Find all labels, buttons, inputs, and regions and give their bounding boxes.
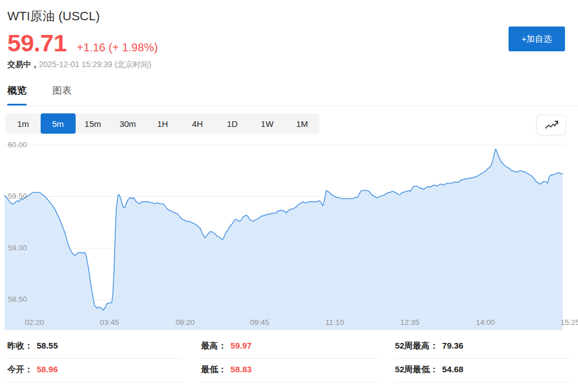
interval-button-4H[interactable]: 4H: [180, 113, 215, 134]
stat-value: 59.97: [230, 341, 252, 350]
stat-label: 昨收：: [7, 341, 33, 351]
stat-row: 52周最低：54.68: [395, 359, 571, 382]
stock-title: WTI原油 (USCL): [7, 8, 100, 25]
interval-button-1m[interactable]: 1m: [6, 113, 41, 134]
y-axis-label: 58.50: [8, 295, 27, 303]
y-axis-label: 60.00: [8, 140, 27, 149]
interval-button-30m[interactable]: 30m: [110, 113, 145, 134]
interval-toolbar: 1m5m15m30m1H4H1D1W1M: [6, 113, 319, 134]
stat-value: 54.68: [442, 364, 463, 374]
stat-row: 昨收：58.55: [7, 335, 183, 359]
stock-price: 59.71: [7, 29, 67, 57]
stat-label: 今开：: [7, 364, 33, 375]
price-row: 59.71 +1.16 (+ 1.98%): [7, 29, 158, 57]
stats-grid: 昨收：58.55今开：58.96最高：59.97最低：58.8352周最高：79…: [7, 335, 571, 382]
status-timezone: (北京时间): [115, 60, 151, 69]
price-change: +1.16 (+ 1.98%): [77, 41, 157, 54]
status-label: 交易中，: [7, 60, 39, 69]
interval-button-1D[interactable]: 1D: [215, 113, 250, 134]
x-axis-label: 09:45: [250, 318, 269, 327]
interval-button-1M[interactable]: 1M: [284, 113, 319, 134]
tab-bar: 概览图表: [0, 84, 578, 106]
stat-label: 52周最低：: [395, 364, 439, 375]
x-axis-label: 02:20: [25, 318, 44, 327]
stat-value: 58.55: [37, 341, 58, 350]
x-axis-label: 14:00: [476, 318, 495, 327]
interval-button-1W[interactable]: 1W: [249, 113, 284, 134]
stat-column: 最高：59.97最低：58.83: [201, 335, 376, 382]
line-chart-icon: [544, 120, 559, 131]
stat-label: 最低：: [201, 364, 226, 375]
stat-column: 昨收：58.55今开：58.96: [7, 335, 183, 382]
x-axis-label: 11:10: [326, 318, 344, 327]
status-time: 2025-12-01 15:29:39: [39, 60, 112, 69]
interval-button-1H[interactable]: 1H: [145, 113, 180, 134]
x-axis-label: 03:45: [100, 318, 119, 327]
trading-status: 交易中，2025-12-01 15:29:39 (北京时间): [7, 60, 151, 70]
y-axis-label: 59.00: [8, 244, 27, 252]
x-axis-label: 08:20: [176, 318, 195, 327]
y-axis-label: 59.50: [8, 192, 27, 200]
tab-overview[interactable]: 概览: [7, 84, 27, 105]
stat-label: 52周最高：: [395, 341, 439, 351]
interval-button-5m[interactable]: 5m: [41, 113, 76, 134]
stat-value: 79.36: [442, 341, 463, 350]
chart-type-button[interactable]: [536, 114, 566, 135]
chart-canvas[interactable]: 60.0059.5059.0058.5002:2003:4508:2009:45…: [0, 138, 578, 333]
stat-value: 58.83: [230, 364, 252, 374]
quote-page: WTI原油 (USCL) 59.71 +1.16 (+ 1.98%) +加自选 …: [0, 0, 578, 392]
stat-value: 58.96: [37, 364, 58, 374]
stat-row: 最低：58.83: [201, 359, 376, 382]
price-area-series: [5, 149, 563, 330]
stat-row: 最高：59.97: [201, 335, 376, 359]
add-watchlist-button[interactable]: +加自选: [509, 27, 565, 51]
stat-row: 52周最高：79.36: [395, 335, 571, 359]
stat-column: 52周最高：79.3652周最低：54.68: [395, 335, 571, 382]
interval-button-15m[interactable]: 15m: [76, 113, 111, 134]
x-axis-label: 15:25: [561, 318, 578, 327]
stat-label: 最高：: [201, 341, 226, 351]
stat-row: 今开：58.96: [7, 359, 183, 382]
tab-chart[interactable]: 图表: [52, 84, 72, 105]
x-axis-label: 12:35: [400, 318, 419, 327]
